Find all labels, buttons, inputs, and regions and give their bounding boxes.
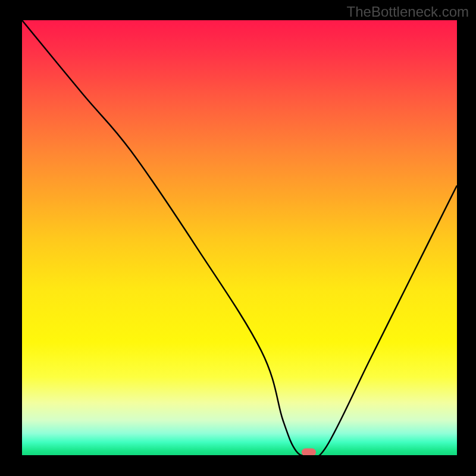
bottleneck-curve-path <box>22 20 457 455</box>
chart-min-marker <box>302 449 316 456</box>
watermark-label: TheBottleneck.com <box>347 4 469 20</box>
chart-line <box>22 20 457 455</box>
chart-plot-area <box>22 20 457 455</box>
